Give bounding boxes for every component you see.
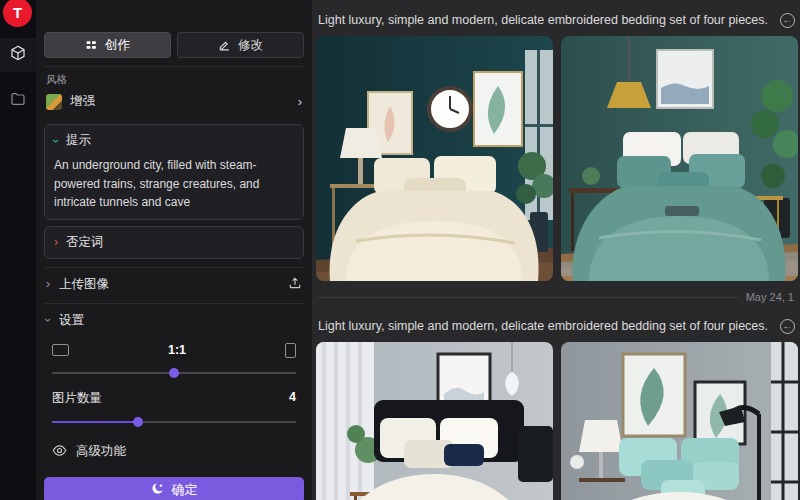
landscape-ratio-icon[interactable] <box>52 344 69 356</box>
generation-group: Light luxury, simple and modern, delicat… <box>312 315 800 500</box>
upload-image-row[interactable]: › 上传图像 <box>44 267 304 295</box>
aspect-ratio-slider[interactable] <box>52 372 296 374</box>
settings-header[interactable]: › 设置 <box>44 303 304 331</box>
folder-icon <box>10 91 26 111</box>
prompt-box-header[interactable]: › 提示 <box>54 132 294 149</box>
generated-image[interactable] <box>316 36 553 281</box>
prompt-title: 提示 <box>66 132 91 149</box>
aspect-ratio-value: 1:1 <box>69 343 285 357</box>
generation-panel: 创作 修改 风格 增强 › › 提示 An underground city, … <box>36 0 312 500</box>
slider-thumb[interactable] <box>133 417 143 427</box>
advanced-features-row[interactable]: 高级功能 <box>52 443 296 461</box>
generated-image[interactable] <box>316 342 553 500</box>
mode-tabs: 创作 修改 <box>44 32 304 58</box>
app-rail: T <box>0 0 36 500</box>
sidebar-item-generate[interactable] <box>0 38 36 72</box>
chevron-down-icon: › <box>42 318 54 322</box>
confirm-button[interactable]: 确定 <box>44 477 304 500</box>
style-label: 风格 <box>46 73 304 87</box>
upload-label: 上传图像 <box>59 276 109 293</box>
advanced-label: 高级功能 <box>76 443 126 460</box>
chevron-right-icon: › <box>54 236 58 248</box>
upload-icon <box>288 276 302 293</box>
image-count-label: 图片数量 <box>52 390 102 407</box>
negative-box[interactable]: › 否定词 <box>44 226 304 259</box>
eye-icon <box>52 443 67 461</box>
regenerate-icon[interactable]: ← <box>780 319 795 334</box>
slider-thumb[interactable] <box>169 368 179 378</box>
style-selector[interactable]: 增强 › <box>44 87 304 118</box>
tab-create-label: 创作 <box>105 37 130 54</box>
generated-image[interactable] <box>561 36 798 281</box>
app-logo[interactable]: T <box>3 0 32 27</box>
style-section: 风格 增强 › <box>44 66 304 118</box>
image-count-slider[interactable] <box>52 421 296 423</box>
confirm-label: 确定 <box>172 481 198 499</box>
tab-modify-label: 修改 <box>238 37 263 54</box>
settings-label: 设置 <box>59 312 84 329</box>
prompt-box[interactable]: › 提示 An underground city, filled with st… <box>44 124 304 220</box>
tab-modify[interactable]: 修改 <box>177 32 304 58</box>
negative-label: 否定词 <box>66 234 104 251</box>
results-area: Light luxury, simple and modern, delicat… <box>312 0 800 500</box>
tab-create[interactable]: 创作 <box>44 32 171 58</box>
generation-group: Light luxury, simple and modern, delicat… <box>312 9 800 303</box>
image-count-value: 4 <box>289 390 296 407</box>
date-divider: May 24, 1 <box>318 291 794 303</box>
chevron-right-icon: › <box>46 278 50 290</box>
sidebar-item-assets[interactable] <box>0 84 36 118</box>
date-label: May 24, 1 <box>746 291 794 303</box>
grid-icon <box>85 39 98 52</box>
style-thumbnail-icon <box>46 94 62 110</box>
generated-image[interactable] <box>561 342 798 500</box>
aspect-ratio-row: 1:1 <box>52 343 296 358</box>
prompt-input[interactable]: An underground city, filled with steam-p… <box>54 156 294 212</box>
image-count-row: 图片数量 4 <box>52 390 296 407</box>
portrait-ratio-icon[interactable] <box>285 343 296 358</box>
result-prompt-text: Light luxury, simple and modern, delicat… <box>318 13 768 27</box>
cube-icon <box>10 45 26 65</box>
result-prompt-text: Light luxury, simple and modern, delicat… <box>318 319 768 333</box>
edit-icon <box>218 39 231 52</box>
style-value: 增强 <box>70 93 95 110</box>
regenerate-icon[interactable]: ← <box>780 13 795 28</box>
chevron-down-icon: › <box>50 139 62 143</box>
chevron-right-icon: › <box>298 94 302 109</box>
moon-sparkle-icon <box>151 482 165 499</box>
